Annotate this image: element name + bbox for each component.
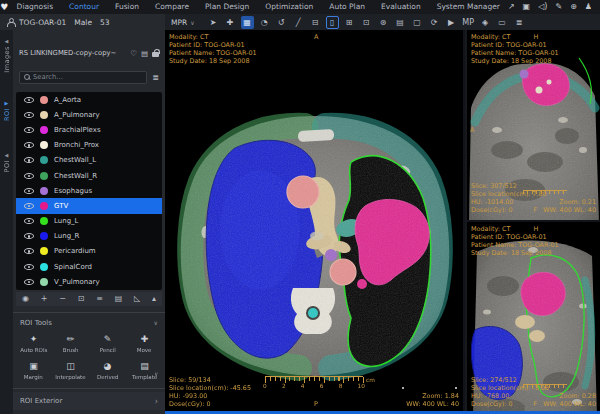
lock-icon[interactable] — [152, 49, 159, 57]
search-row: ≣ — [13, 68, 165, 86]
menu-fusion[interactable]: Fusion — [107, 0, 147, 14]
roi-row[interactable]: Pericardium — [16, 244, 162, 259]
search-input[interactable] — [33, 73, 142, 81]
roi-row[interactable]: A_Aorta — [16, 92, 162, 107]
roi-row[interactable]: Lung_L — [16, 214, 162, 229]
roi-tools-header[interactable]: ROI Tools ∨ — [13, 316, 165, 329]
visibility-eye-icon[interactable] — [24, 264, 34, 270]
visibility-eye-icon[interactable] — [24, 233, 34, 239]
visibility-eye-icon[interactable] — [24, 142, 34, 148]
clipboard-icon[interactable]: ▤ — [394, 16, 407, 29]
roi-exterior-row[interactable]: ROI Exterior › — [13, 392, 165, 410]
zoom-tool-icon[interactable]: ◔ — [258, 16, 271, 29]
axial-viewport[interactable]: Modality: CTPatient ID: TOG-OAR-01Patien… — [165, 30, 465, 414]
roi-row[interactable]: Bronchi_Prox — [16, 138, 162, 153]
layout-single-icon[interactable]: ▯ — [326, 16, 339, 29]
window-readout: WW: 400 WL: 40 — [406, 400, 459, 408]
roi-row[interactable]: BrachialPlexs — [16, 122, 162, 137]
overlay-line: Study Date: 18 Sep 2008 — [471, 57, 559, 65]
list-view-icon[interactable]: ≣ — [152, 73, 159, 82]
play-icon[interactable]: ▶ — [445, 16, 458, 29]
measure-tool-icon[interactable]: ╱ — [292, 16, 305, 29]
sphere-view-icon[interactable]: ⊛ — [377, 16, 390, 29]
user-icon[interactable]: ♟ — [585, 0, 592, 14]
visibility-eye-icon[interactable] — [24, 97, 34, 103]
panel-icon[interactable]: ▭ — [496, 16, 509, 29]
sidebar-tab-poi[interactable]: ◀ POI — [0, 152, 13, 172]
visibility-eye-icon[interactable] — [24, 157, 34, 163]
lock-view-icon[interactable]: ◈ — [479, 16, 492, 29]
sidebar-tab-images[interactable]: ◀ Images — [0, 38, 13, 73]
roi-row[interactable]: SpinalCord — [16, 259, 162, 274]
roi-row[interactable]: V_Pulmonary — [16, 274, 162, 289]
toggle-visibility-icon[interactable]: ◉ — [22, 292, 29, 306]
roi-row[interactable]: ChestWall_L — [16, 153, 162, 168]
layers-tool-icon[interactable]: ⊟ — [309, 16, 322, 29]
move-tool[interactable]: ✚ Move — [126, 330, 163, 357]
sagittal-viewport[interactable]: Modality: CTPatient ID: TOG-OAR-01Patien… — [467, 30, 600, 222]
add-roi-icon[interactable]: + — [41, 292, 48, 306]
remove-roi-icon[interactable]: − — [59, 292, 66, 306]
visibility-eye-icon[interactable] — [24, 173, 34, 179]
pencil-tool[interactable]: ✎ Pencil — [89, 330, 126, 357]
roi-row[interactable]: ChestWall_R — [16, 168, 162, 183]
layout-custom-icon[interactable]: ⊡ — [360, 16, 373, 29]
menu-system-manager[interactable]: System Manager — [429, 0, 508, 14]
coronal-zoom-window: Zoom: 0.28 WW: 400 WL: 40 — [543, 392, 596, 408]
roi-color-dot — [40, 156, 48, 164]
menu-contour[interactable]: Contour — [61, 0, 107, 14]
visibility-eye-icon[interactable] — [24, 127, 34, 133]
eraser-icon[interactable]: ◺ — [134, 292, 140, 306]
menu-compare[interactable]: Compare — [147, 0, 197, 14]
volume-icon[interactable]: ◁) — [538, 0, 547, 14]
share-icon[interactable]: ↗ — [508, 0, 515, 14]
copy-roi-icon[interactable]: ⊡ — [78, 292, 85, 306]
menu-plan-design[interactable]: Plan Design — [197, 0, 257, 14]
visibility-eye-icon[interactable] — [24, 248, 34, 254]
sidebar-tab-roi[interactable]: ▶ ROI — [0, 100, 13, 121]
stack-icon[interactable]: ▤ — [115, 292, 123, 306]
roi-row[interactable]: Lung_R — [16, 229, 162, 244]
roi-row[interactable]: A_Pulmonary — [16, 107, 162, 122]
layers-icon[interactable]: ≡ — [96, 292, 103, 306]
visibility-eye-icon[interactable] — [24, 112, 34, 118]
crop-icon[interactable]: ▢ — [411, 16, 424, 29]
brush-tool[interactable]: ✏ Brush — [52, 330, 89, 357]
visibility-eye-icon[interactable] — [24, 188, 34, 194]
annotate-pencil-icon[interactable]: ✎ — [555, 0, 562, 14]
report-icon[interactable]: ≣ — [513, 16, 526, 29]
auto-rois-tool[interactable]: ✦ Auto ROIs — [15, 330, 52, 357]
pointer-tool-icon[interactable]: ➤ — [207, 16, 220, 29]
derived-tool[interactable]: ◕ Derived — [89, 357, 126, 384]
menu-diagnosis[interactable]: Diagnosis — [9, 0, 61, 14]
visibility-eye-icon[interactable] — [24, 203, 34, 209]
export-document-icon[interactable]: ▤ — [141, 49, 148, 58]
tool-icon: ◕ — [104, 361, 112, 371]
rotate-tool-icon[interactable]: ↺ — [275, 16, 288, 29]
visibility-eye-icon[interactable] — [24, 279, 34, 285]
screenshot-camera-icon[interactable]: ▣ — [523, 0, 531, 14]
menu-optimization[interactable]: Optimization — [257, 0, 321, 14]
visibility-eye-icon[interactable] — [24, 218, 34, 224]
patient-icon — [7, 18, 14, 26]
pan-tool-icon[interactable]: ✚ — [224, 16, 237, 29]
roi-row[interactable]: Esophagus — [16, 183, 162, 198]
template-chevron-icon[interactable]: ∨ — [154, 370, 158, 377]
collapse-icon[interactable]: ▴ — [152, 292, 156, 306]
globe-icon[interactable]: ⊕ — [570, 0, 577, 14]
windowing-tool-icon[interactable]: ▦ — [241, 16, 254, 29]
overlay-line: HU: -993.00 — [169, 392, 251, 400]
refresh-icon[interactable]: ⟳ — [428, 16, 441, 29]
top-right-icons: ↗ ▣ ◁) ✎ ⊕ ♟ — [508, 0, 600, 14]
menu-auto-plan[interactable]: Auto Plan — [321, 0, 373, 14]
favorite-heart-icon[interactable]: ♡ — [130, 49, 137, 58]
layout-grid-icon[interactable]: ⊞ — [343, 16, 356, 29]
mip-icon[interactable]: MP — [462, 16, 475, 29]
divider — [13, 388, 165, 389]
roi-row[interactable]: GTV — [16, 198, 162, 213]
margin-tool[interactable]: ▣ Margin — [15, 357, 52, 384]
coronal-viewport[interactable]: Modality: CTPatient ID: TOG-OAR-01Patien… — [467, 222, 600, 414]
menu-evaluation[interactable]: Evaluation — [373, 0, 429, 14]
interpolate-tool[interactable]: ◫ Interpolate — [52, 357, 89, 384]
mpr-dropdown[interactable]: MPR ∨ — [171, 18, 195, 27]
